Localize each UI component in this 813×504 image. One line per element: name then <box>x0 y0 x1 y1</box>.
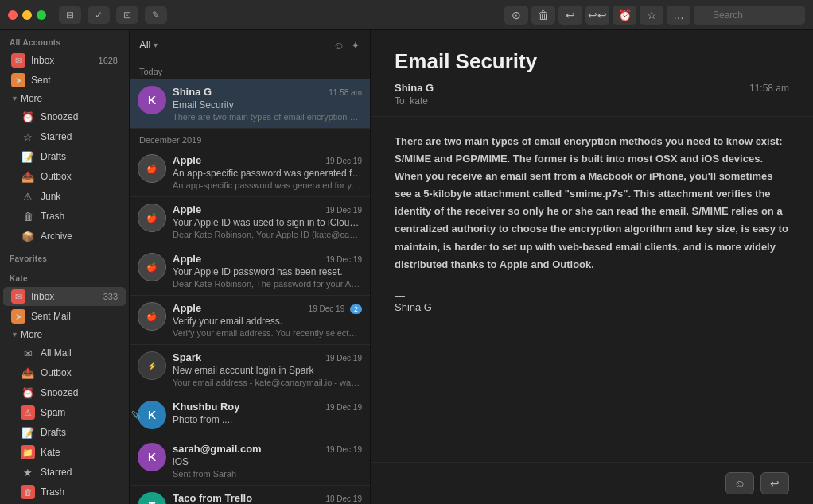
more-icon-btn[interactable]: … <box>667 6 690 25</box>
kate-inbox-icon: ✉ <box>11 289 25 304</box>
sort-icon-btn[interactable]: ✦ <box>351 39 360 52</box>
sender-6: Spark <box>173 351 201 363</box>
avatar-3: 🍎 <box>138 204 166 232</box>
search-input[interactable] <box>694 6 805 25</box>
sidebar-item-archive[interactable]: 📦 Archive <box>3 227 126 246</box>
reply-icon-btn[interactable]: ↩ <box>558 6 582 25</box>
maximize-button[interactable] <box>37 10 46 20</box>
star-icon-btn[interactable]: ☆ <box>640 6 663 25</box>
reply-button[interactable]: ↩ <box>760 472 789 494</box>
email-item-5[interactable]: 🍎 Apple 19 Dec 19 2 Verify your email ad… <box>130 296 370 345</box>
emoji-reaction-button[interactable]: ☺ <box>725 472 754 494</box>
close-button[interactable] <box>8 10 18 20</box>
sidebar-item-kate-more[interactable]: ▼ More <box>3 327 126 343</box>
subject-1: Email Security <box>173 99 362 110</box>
email-to: To: kate <box>395 95 789 107</box>
sidebar-item-all-more[interactable]: ▼ More <box>3 91 126 107</box>
avatar-2: 🍎 <box>138 154 166 183</box>
sent-icon: ➤ <box>11 73 25 87</box>
reply-all-icon-btn[interactable]: ↩↩ <box>585 6 609 25</box>
sidebar-item-kate-starred[interactable]: ★ Starred <box>3 463 126 482</box>
sidebar-item-all-inbox[interactable]: ✉ Inbox 1628 <box>3 51 126 70</box>
kate-trash-label: Trash <box>41 487 118 498</box>
trash-icon-btn[interactable]: 🗑 <box>531 6 555 25</box>
kate-allmail-label: All Mail <box>41 347 118 359</box>
sidebar-item-kate-trash[interactable]: 🗑 Trash <box>3 483 126 502</box>
date-separator-dec: December 2019 <box>130 129 370 148</box>
header-icons: ☺ ✦ <box>333 39 360 52</box>
archive-icon-btn[interactable]: ⊙ <box>504 6 528 25</box>
avatar-9: T <box>138 492 166 504</box>
signature-name: Shina G <box>395 301 789 313</box>
email-meta-row: Shina G 11:58 am <box>395 82 789 94</box>
remind-icon-btn[interactable]: ⏰ <box>613 6 636 25</box>
titlebar: ⊟ ✓ ⊡ ✎ ⊙ 🗑 ↩ ↩↩ ⏰ ☆ … 🔍 <box>0 0 813 30</box>
kate-allmail-icon: ✉ <box>21 346 35 360</box>
sidebar-item-snoozed[interactable]: ⏰ Snoozed <box>3 107 126 126</box>
reading-body: There are two main types of email encryp… <box>371 117 813 462</box>
preview-4: Dear Kate Robinson, The password for you… <box>173 279 362 289</box>
email-item-9[interactable]: T Taco from Trello 18 Dec 19 <box>130 486 370 504</box>
layout-button[interactable]: ⊡ <box>116 6 138 24</box>
sidebar-item-junk[interactable]: ⚠ Junk <box>3 187 126 206</box>
email-content-5: Apple 19 Dec 19 2 Verify your email addr… <box>173 302 362 338</box>
avatar-5: 🍎 <box>138 302 166 331</box>
compose-button[interactable]: ✎ <box>145 6 167 24</box>
sender-7: Khushbu Roy <box>173 401 240 413</box>
email-item-2[interactable]: 🍎 Apple 19 Dec 19 An app-specific passwo… <box>130 148 370 197</box>
sidebar-item-kate-folder[interactable]: 📁 Kate <box>3 443 126 462</box>
subject-2: An app-specific password was generated f… <box>173 168 362 179</box>
sidebar-item-kate-snoozed[interactable]: ⏰ Snoozed <box>3 383 126 402</box>
checkmark-button[interactable]: ✓ <box>88 6 110 24</box>
toolbar-right: ⊙ 🗑 ↩ ↩↩ ⏰ ☆ … 🔍 <box>504 6 805 25</box>
email-item-4[interactable]: 🍎 Apple 19 Dec 19 Your Apple ID password… <box>130 246 370 296</box>
sidebar: All Accounts ✉ Inbox 1628 ➤ Sent ▼ More … <box>0 30 130 504</box>
email-content-9: Taco from Trello 18 Dec 19 <box>173 492 362 504</box>
sidebar-item-kate-outbox[interactable]: 📤 Outbox <box>3 363 126 382</box>
email-item-3[interactable]: 🍎 Apple 19 Dec 19 Your Apple ID was used… <box>130 197 370 246</box>
filter-icon-btn[interactable]: ☺ <box>333 39 344 52</box>
sender-1: Shina G <box>173 86 212 98</box>
sidebar-toggle-button[interactable]: ⊟ <box>59 6 81 24</box>
time-9: 18 Dec 19 <box>325 494 362 503</box>
sidebar-item-kate-spam[interactable]: ⚠ Spam <box>3 403 126 422</box>
minimize-button[interactable] <box>22 10 32 20</box>
email-item-1[interactable]: K Shina G 11:58 am Email Security There … <box>130 79 370 129</box>
archive-icon: 📦 <box>21 229 35 243</box>
reading-pane: Email Security Shina G 11:58 am To: kate… <box>371 30 813 504</box>
attachment-indicator: 📎 <box>131 411 140 419</box>
email-content-6: Spark 19 Dec 19 New email account login … <box>173 351 362 387</box>
reading-actions: ☺ ↩ <box>371 462 813 504</box>
kate-spam-label: Spam <box>41 407 118 418</box>
traffic-lights <box>8 10 46 20</box>
avatar-1: K <box>138 86 166 114</box>
email-from: Shina G <box>395 82 434 94</box>
email-title: Email Security <box>395 49 789 74</box>
sidebar-item-drafts[interactable]: 📝 Drafts <box>3 147 126 166</box>
time-5: 19 Dec 19 2 <box>309 304 362 313</box>
sidebar-label-snoozed: Snoozed <box>41 111 118 122</box>
sidebar-item-all-sent[interactable]: ➤ Sent <box>3 71 126 90</box>
sidebar-item-kate-allmail[interactable]: ✉ All Mail <box>3 343 126 362</box>
kate-inbox-count: 333 <box>103 292 118 301</box>
sidebar-item-kate-inbox[interactable]: ✉ Inbox 333 <box>3 287 126 306</box>
sender-3: Apple <box>173 204 201 215</box>
sender-8: sarah@gmail.com <box>173 443 262 455</box>
email-list-scroll[interactable]: Today K Shina G 11:58 am Email Security … <box>130 60 370 504</box>
email-item-8[interactable]: K sarah@gmail.com 19 Dec 19 iOS Sent fro… <box>130 436 370 486</box>
email-content-1: Shina G 11:58 am Email Security There ar… <box>173 86 362 122</box>
sidebar-item-trash[interactable]: 🗑 Trash <box>3 207 126 226</box>
sidebar-item-kate-sent[interactable]: ➤ Sent Mail <box>3 307 126 326</box>
time-6: 19 Dec 19 <box>325 354 362 362</box>
avatar-8: K <box>138 443 166 471</box>
subject-5: Verify your email address. <box>173 316 362 327</box>
email-content-8: sarah@gmail.com 19 Dec 19 iOS Sent from … <box>173 443 362 479</box>
sidebar-item-outbox[interactable]: 📤 Outbox <box>3 167 126 186</box>
sidebar-item-kate-drafts[interactable]: 📝 Drafts <box>3 423 126 442</box>
kate-sent-icon: ➤ <box>11 309 25 324</box>
avatar-7: K <box>138 401 166 429</box>
sidebar-item-starred[interactable]: ☆ Starred <box>3 127 126 146</box>
subject-7: Photo from .... <box>173 414 362 425</box>
email-item-6[interactable]: ⚡ Spark 19 Dec 19 New email account logi… <box>130 345 370 394</box>
email-item-7[interactable]: 📎 K Khushbu Roy 19 Dec 19 Photo from ...… <box>130 394 370 436</box>
